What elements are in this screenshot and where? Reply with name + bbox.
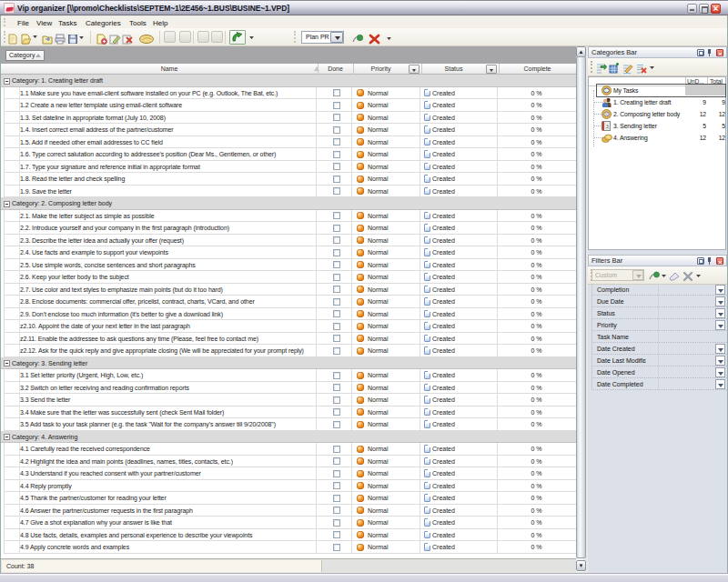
svg-text:3: 3 — [606, 124, 609, 129]
